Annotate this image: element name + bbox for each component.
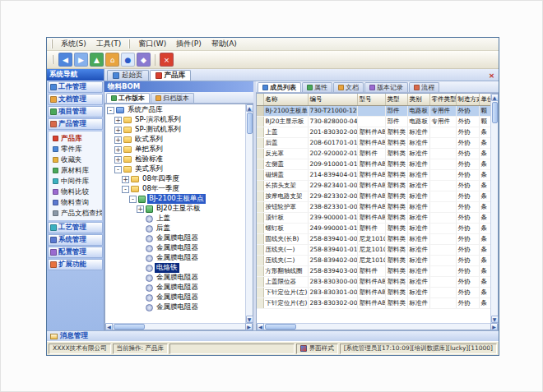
exit-icon[interactable]: × [160,53,174,67]
table-row[interactable]: 固线夹(长B)258-839401-00E尼龙1010塑料类标准件外协条 [257,233,490,244]
scroll-up-icon[interactable]: ▲ [246,104,253,112]
row-selector[interactable] [257,276,263,287]
tree-node[interactable]: 后盖 [105,224,245,233]
scroll-left-icon[interactable]: ◀ [257,323,264,330]
scroll-up-icon[interactable]: ▲ [491,94,499,101]
sidebar-item-material-search[interactable]: 物料查询 [49,197,102,208]
tree-node[interactable]: 金属膜电阻器 [105,283,245,293]
tree-node[interactable]: -美式系列 [105,164,245,174]
row-selector[interactable] [257,212,263,223]
table-row[interactable]: 按钮轮护罩238-823301-00E塑料件ABS塑料类标准件外协条 [257,201,490,212]
tab-attributes[interactable]: 属性 [302,82,332,92]
sidebar-item-product-library[interactable]: 产品库 [49,133,102,144]
scrollbar-thumb[interactable] [265,324,296,330]
menu-system[interactable]: 系统(S) [56,38,91,50]
home-icon[interactable]: ⌂ [105,53,119,67]
status-style[interactable]: 界面样式 [296,344,338,354]
row-selector[interactable] [257,265,263,276]
tree-node[interactable]: 上盖 [105,214,245,224]
scrollbar-thumb[interactable] [492,102,498,123]
table-row[interactable]: 上盖201-830302-00E塑料件ABS塑料类标准件外协条 [257,127,490,137]
tab-documents[interactable]: 文档 [333,82,364,92]
row-selector[interactable] [257,180,263,191]
sidebar-group-project[interactable]: 项目管理 [48,106,103,118]
table-row[interactable]: 反光罩202-920002-01E塑料件塑料类标准件外协条 [257,148,490,159]
tab-member-list[interactable]: 成员列表 [258,82,301,92]
sidebar-item-product-doc-search[interactable]: 产品文档查找 [49,208,102,219]
sidebar-item-intermediates[interactable]: 中间件库 [49,176,102,187]
close-tab-icon[interactable]: × [487,71,496,80]
expand-icon[interactable]: + [114,127,122,134]
table-row[interactable]: BJ20主显示板730-828000-04E部件电路板专用件外协颗 [257,116,490,127]
collapse-icon[interactable]: - [122,186,129,193]
menu-help[interactable]: 帮助(A) [207,38,242,50]
expand-icon[interactable]: + [137,205,144,213]
column-header[interactable]: 名称 [263,94,308,105]
sidebar-group-process[interactable]: 工艺管理 [48,222,103,233]
up-icon[interactable]: ▲ [90,53,104,67]
tab-start-page[interactable]: 起始页 [107,70,149,81]
scroll-right-icon[interactable]: ▶ [245,323,253,330]
column-header[interactable]: 编号 [308,94,357,105]
row-selector[interactable] [257,201,263,212]
bom-tree-horizontal-scrollbar[interactable]: ◀ ▶ [104,323,253,330]
expand-icon[interactable]: + [122,176,129,183]
tree-node[interactable]: 电烙铁 [105,263,245,273]
column-header[interactable]: 型号 [357,94,385,105]
scroll-left-icon[interactable]: ◀ [105,323,113,330]
scroll-down-icon[interactable]: ▼ [246,316,253,323]
tree-node[interactable]: 金属膜电阻器 [105,302,245,312]
table-row[interactable]: 下针定位片(右)283-830302-00E塑料件ABS塑料类标准件外协条 [257,297,490,308]
table-row[interactable]: 按摩电路支架229-823302-00E塑料件ABS塑料类标准件外协条 [257,191,490,201]
expand-icon[interactable]: + [114,146,122,154]
table-row[interactable]: 顶针板239-900001-01E塑料件ABS塑料类标准件外协条 [257,212,490,223]
row-selector[interactable] [257,169,263,180]
row-selector[interactable] [257,233,263,244]
table-row[interactable]: 压线夹(二)258-839402-00E尼龙1010塑料类标准件外协条 [257,255,490,265]
tree-node[interactable]: +BJ20主显示板 [105,204,245,214]
message-bar[interactable]: 消息管理 [47,330,499,341]
tree-node[interactable]: +SP-测试机系列 [105,125,245,135]
table-row[interactable]: 后盖208-601701-01E塑料件ABS塑料类标准件外协条 [257,137,490,148]
scrollbar-thumb[interactable] [114,324,145,330]
row-selector[interactable] [257,159,263,169]
column-header[interactable]: 类型 [385,94,407,105]
sidebar-group-product[interactable]: 产品管理 [48,118,103,130]
collapse-icon[interactable]: - [107,107,114,114]
back-icon[interactable]: ◀ [58,53,72,67]
sidebar-item-material-compare[interactable]: 物料比较 [49,187,102,197]
grid-horizontal-scrollbar[interactable]: ◀ ▶ [256,323,499,330]
grid-vertical-scrollbar[interactable]: ▲ ▼ [490,94,498,323]
collapse-icon[interactable]: - [114,166,122,173]
column-header[interactable]: 零件类型 [429,94,456,105]
expand-icon[interactable]: + [114,156,122,164]
column-header[interactable]: 类别 [407,94,429,105]
scroll-down-icon[interactable]: ▼ [491,316,499,323]
table-row[interactable]: BJ-2100主板单点730-T21000-12E部件电路板专用件外协颗 [257,105,490,116]
row-selector[interactable] [257,244,263,255]
table-row[interactable]: 压线夹(一)258-839401-01E尼龙1010塑料类标准件外协条 [257,244,490,255]
row-selector[interactable] [257,191,263,201]
table-row[interactable]: 左侧盖209-910001-01E塑料件ABS塑料类标准件外协条 [257,159,490,169]
sidebar-item-raw-materials[interactable]: 原材料库 [49,165,102,176]
bom-tree-vertical-scrollbar[interactable]: ▲ ▼ [245,104,253,323]
tab-archived-version[interactable]: 归档版本 [151,93,194,103]
settings-icon[interactable]: ◆ [137,53,151,67]
menu-plugins[interactable]: 插件(P) [171,38,206,50]
tab-workflow[interactable]: 流程 [409,82,439,92]
tree-node[interactable]: 金属膜电阻器 [105,243,245,253]
tree-node[interactable]: +欧式系列 [105,135,245,145]
scroll-right-icon[interactable]: ▶ [490,323,498,330]
row-selector[interactable] [257,137,263,148]
tree-node[interactable]: -08年一季度 [105,184,245,194]
table-row[interactable]: 下针定位片(左)283-830301-00E塑料件ABS塑料类标准件外协条 [257,287,490,297]
row-selector[interactable] [257,116,263,127]
menu-window[interactable]: 窗口(W) [133,38,171,50]
row-selector[interactable] [257,297,263,308]
tree-node[interactable]: +SP-演示机系列 [105,115,245,125]
column-header[interactable]: 单位 [479,94,490,105]
row-selector[interactable] [257,148,263,159]
tree-node[interactable]: 金属膜电阻器 [105,253,245,263]
row-selector[interactable] [257,255,263,265]
table-row[interactable]: 方形翻轴线圈258-839403-00E塑料件塑料类标准件外协条 [257,265,490,276]
